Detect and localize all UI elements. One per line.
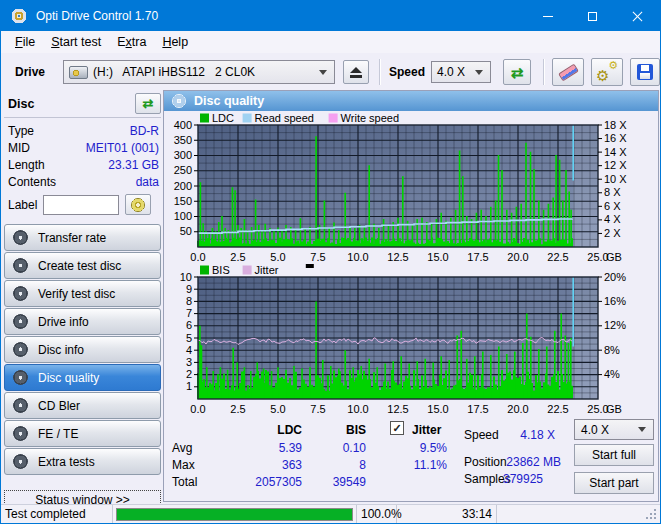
test-speed-select-value: 4.0 X (581, 423, 609, 437)
chevron-down-icon (475, 70, 483, 75)
menu-extra[interactable]: Extra (109, 32, 154, 52)
svg-text:6 X: 6 X (604, 200, 621, 212)
svg-text:100: 100 (174, 210, 192, 222)
bis-jitter-chart: 123456789104%8%12%16%20%0.02.55.07.510.0… (164, 263, 658, 415)
test-speed-select[interactable]: 4.0 X (574, 419, 654, 440)
app-window: Opti Drive Control 1.70 FileStart testEx… (0, 0, 661, 524)
chevron-down-icon (319, 70, 327, 75)
label-field-caption: Label (8, 198, 37, 212)
avg-jitter-value: 9.5% (379, 441, 447, 455)
toolbar: Drive (H:) ATAPI iHBS112 2 CL0K Speed 4.… (1, 53, 660, 91)
svg-text:12.5: 12.5 (387, 403, 408, 415)
svg-text:14 X: 14 X (604, 146, 627, 158)
bis-column-header: BIS (314, 423, 366, 437)
max-jitter-value: 11.1% (379, 458, 447, 472)
menu-start-test[interactable]: Start test (43, 32, 109, 52)
svg-text:Write speed: Write speed (341, 112, 400, 124)
speed-select-value: 4.0 X (437, 65, 465, 79)
disc-field-value: BD-R (130, 124, 159, 138)
sidebar-item-disc-info[interactable]: Disc info (4, 336, 161, 363)
svg-text:2: 2 (186, 368, 192, 380)
svg-text:4 X: 4 X (604, 213, 621, 225)
sidebar-item-label: Transfer rate (38, 231, 106, 245)
eject-button[interactable] (343, 60, 369, 84)
svg-text:5.0: 5.0 (270, 403, 285, 415)
svg-text:2 X: 2 X (604, 227, 621, 239)
sidebar-item-label: Drive info (38, 315, 89, 329)
menu-file[interactable]: File (7, 32, 43, 52)
minimize-button[interactable] (525, 1, 570, 31)
label-input[interactable] (43, 195, 119, 215)
toolbar-separator (543, 59, 544, 85)
menu-help[interactable]: Help (154, 32, 196, 52)
svg-text:7.5: 7.5 (310, 251, 325, 263)
drive-select[interactable]: (H:) ATAPI iHBS112 2 CL0K (63, 60, 335, 84)
svg-text:5: 5 (186, 332, 192, 344)
save-button[interactable] (630, 58, 660, 86)
disc-field-label: Type (8, 124, 34, 138)
disc-icon (13, 342, 28, 357)
maximize-icon (588, 12, 597, 21)
drive-label: Drive (15, 65, 63, 79)
svg-text:Jitter: Jitter (255, 264, 279, 276)
sidebar-item-cd-bler[interactable]: CD Bler (4, 392, 161, 419)
titlebar: Opti Drive Control 1.70 (1, 1, 660, 31)
disc-icon (13, 314, 28, 329)
minimize-icon (543, 16, 553, 17)
refresh-speeds-button[interactable]: ⇄ (503, 59, 531, 85)
statusbar-spacer (497, 505, 660, 523)
svg-text:12 X: 12 X (604, 159, 627, 171)
progress-bar (116, 508, 353, 521)
sidebar-item-extra-tests[interactable]: Extra tests (4, 448, 161, 475)
sidebar-item-create-test-disc[interactable]: Create test disc (4, 252, 161, 279)
svg-text:8: 8 (186, 295, 192, 307)
sidebar-item-verify-test-disc[interactable]: Verify test disc (4, 280, 161, 307)
speed-select[interactable]: 4.0 X (431, 61, 491, 83)
svg-text:16%: 16% (604, 295, 626, 307)
read-label-button[interactable] (125, 194, 151, 215)
chevron-down-icon (638, 427, 646, 432)
svg-text:2.5: 2.5 (230, 403, 245, 415)
settings-button[interactable]: ⚙ ⚙ (591, 58, 623, 86)
disc-field-type: TypeBD-R (4, 122, 161, 139)
svg-text:0.0: 0.0 (190, 403, 205, 415)
avg-row-label: Avg (172, 441, 192, 455)
svg-text:12.5: 12.5 (387, 251, 408, 263)
disc-icon (13, 426, 28, 441)
disc-panel-header: Disc ⇄ (4, 93, 161, 118)
sidebar-item-label: Create test disc (38, 259, 121, 273)
refresh-disc-button[interactable]: ⇄ (135, 93, 161, 114)
avg-bis-value: 0.10 (314, 441, 366, 455)
sidebar-item-fe-te[interactable]: FE / TE (4, 420, 161, 447)
disc-icon (13, 370, 28, 385)
window-title: Opti Drive Control 1.70 (36, 9, 158, 23)
close-icon (632, 11, 643, 22)
disc-panel-title: Disc (8, 97, 34, 111)
svg-text:20.0: 20.0 (507, 251, 528, 263)
svg-text:16 X: 16 X (604, 132, 627, 144)
svg-text:3: 3 (186, 356, 192, 368)
erase-disc-button[interactable] (552, 58, 584, 86)
disc-field-length: Length23.31 GB (4, 156, 161, 173)
sidebar-item-disc-quality[interactable]: Disc quality (4, 364, 161, 391)
jitter-checkbox[interactable]: ✓ (390, 421, 404, 435)
start-part-button[interactable]: Start part (574, 472, 654, 494)
maximize-button[interactable] (570, 1, 615, 31)
close-button[interactable] (615, 1, 660, 31)
sidebar-item-drive-info[interactable]: Drive info (4, 308, 161, 335)
total-row-label: Total (172, 475, 197, 489)
drive-icon (69, 66, 88, 79)
disc-field-label: Contents (8, 175, 56, 189)
svg-text:150: 150 (174, 195, 192, 207)
resize-grip[interactable] (646, 509, 658, 521)
drive-select-value: (H:) ATAPI iHBS112 2 CL0K (93, 65, 255, 79)
sidebar-item-label: Verify test disc (38, 287, 115, 301)
sidebar-item-label: Extra tests (38, 455, 95, 469)
sidebar-item-label: Disc quality (38, 371, 99, 385)
svg-text:20.0: 20.0 (507, 403, 528, 415)
start-full-button[interactable]: Start full (574, 444, 654, 466)
svg-text:50: 50 (180, 225, 192, 237)
sidebar-item-transfer-rate[interactable]: Transfer rate (4, 224, 161, 251)
svg-text:250: 250 (174, 164, 192, 176)
svg-text:GB: GB (606, 403, 622, 415)
